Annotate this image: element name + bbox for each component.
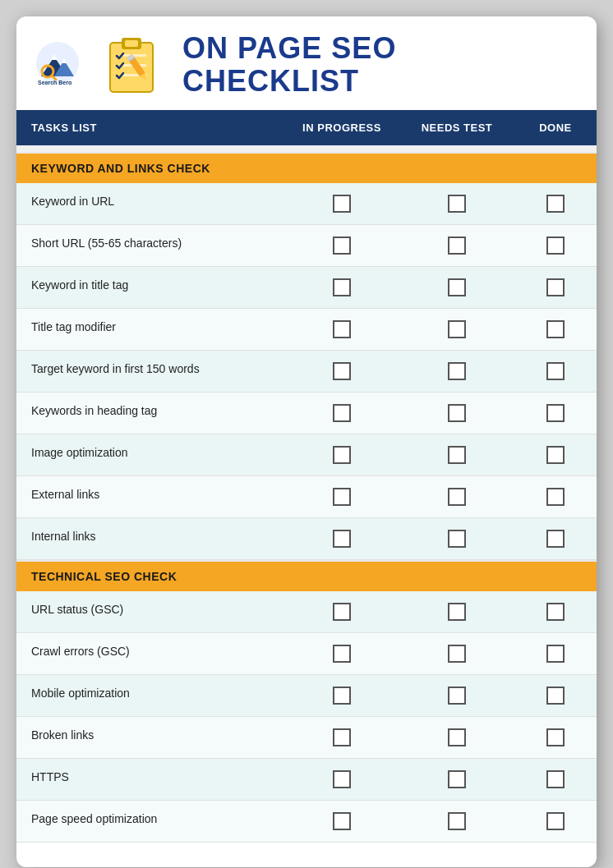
checkbox[interactable] xyxy=(546,362,565,380)
checkbox[interactable] xyxy=(448,812,466,830)
checkbox[interactable] xyxy=(333,237,351,255)
checkbox-done[interactable] xyxy=(514,633,597,674)
checkbox-inprogress[interactable] xyxy=(284,267,399,308)
checkbox-needstest[interactable] xyxy=(399,309,514,350)
checkbox[interactable] xyxy=(333,530,351,548)
checkbox[interactable] xyxy=(448,603,466,621)
checkbox-inprogress[interactable] xyxy=(284,717,399,758)
checkbox[interactable] xyxy=(448,320,466,338)
checkbox[interactable] xyxy=(546,603,565,621)
checkbox-inprogress[interactable] xyxy=(284,351,399,392)
svg-rect-11 xyxy=(125,40,138,47)
checkbox-needstest[interactable] xyxy=(399,476,514,517)
checkbox[interactable] xyxy=(448,770,466,788)
checkbox-needstest[interactable] xyxy=(399,183,514,224)
checkbox[interactable] xyxy=(333,728,351,746)
checkbox[interactable] xyxy=(333,446,351,464)
checkbox[interactable] xyxy=(546,728,565,746)
checkbox-needstest[interactable] xyxy=(399,351,514,392)
checkbox-inprogress[interactable] xyxy=(284,759,399,800)
section-header-keyword: KEYWORD AND LINKS CHECK xyxy=(16,152,597,183)
checkbox-inprogress[interactable] xyxy=(284,633,399,674)
checkbox[interactable] xyxy=(448,488,466,506)
checkbox-needstest[interactable] xyxy=(399,267,514,308)
checkbox-inprogress[interactable] xyxy=(284,518,399,559)
checkbox-needstest[interactable] xyxy=(399,801,514,842)
checkbox-done[interactable] xyxy=(514,267,597,308)
checkbox[interactable] xyxy=(546,320,565,338)
checkbox-done[interactable] xyxy=(514,759,597,800)
checkbox[interactable] xyxy=(546,237,565,255)
checkbox[interactable] xyxy=(448,362,466,380)
row-label: Internal links xyxy=(16,518,284,559)
table-row: Keyword in title tag xyxy=(16,267,597,309)
checkbox-done[interactable] xyxy=(514,225,597,266)
checkbox-needstest[interactable] xyxy=(399,225,514,266)
checkbox[interactable] xyxy=(333,320,351,338)
checkbox[interactable] xyxy=(448,687,466,705)
checkbox[interactable] xyxy=(546,530,565,548)
checkbox[interactable] xyxy=(333,770,351,788)
checkbox[interactable] xyxy=(333,362,351,380)
checkbox-done[interactable] xyxy=(514,183,597,224)
checkbox[interactable] xyxy=(333,488,351,506)
checkbox-done[interactable] xyxy=(514,518,597,559)
checkbox[interactable] xyxy=(448,530,466,548)
checkbox-done[interactable] xyxy=(514,801,597,842)
checkbox[interactable] xyxy=(448,278,466,296)
checkbox[interactable] xyxy=(546,278,565,296)
row-label: Broken links xyxy=(16,717,284,758)
checkbox[interactable] xyxy=(333,687,351,705)
checkbox-done[interactable] xyxy=(514,309,597,350)
checkbox-needstest[interactable] xyxy=(399,393,514,434)
checkbox-done[interactable] xyxy=(514,675,597,716)
checkbox[interactable] xyxy=(333,195,351,213)
checkbox-needstest[interactable] xyxy=(399,518,514,559)
checkbox-needstest[interactable] xyxy=(399,591,514,632)
checkbox[interactable] xyxy=(448,404,466,422)
checkbox[interactable] xyxy=(333,645,351,663)
checkbox-needstest[interactable] xyxy=(399,675,514,716)
checkbox-needstest[interactable] xyxy=(399,759,514,800)
checkbox-inprogress[interactable] xyxy=(284,675,399,716)
checkbox[interactable] xyxy=(546,645,565,663)
checkbox-needstest[interactable] xyxy=(399,434,514,475)
checkbox[interactable] xyxy=(333,812,351,830)
checkbox-done[interactable] xyxy=(514,476,597,517)
checkbox-inprogress[interactable] xyxy=(284,476,399,517)
checkbox[interactable] xyxy=(333,404,351,422)
checkbox-inprogress[interactable] xyxy=(284,434,399,475)
checkbox-needstest[interactable] xyxy=(399,717,514,758)
checkbox-inprogress[interactable] xyxy=(284,393,399,434)
checkbox-inprogress[interactable] xyxy=(284,225,399,266)
checkbox[interactable] xyxy=(448,446,466,464)
checkbox-needstest[interactable] xyxy=(399,633,514,674)
checkbox[interactable] xyxy=(448,195,466,213)
checkbox[interactable] xyxy=(546,446,565,464)
checkbox[interactable] xyxy=(546,488,565,506)
checkbox-done[interactable] xyxy=(514,717,597,758)
checkbox-inprogress[interactable] xyxy=(284,591,399,632)
checkbox[interactable] xyxy=(546,812,565,830)
checkbox[interactable] xyxy=(546,770,565,788)
checkbox[interactable] xyxy=(333,278,351,296)
checkbox[interactable] xyxy=(546,404,565,422)
checklist-icon xyxy=(104,31,168,95)
checkbox-inprogress[interactable] xyxy=(284,801,399,842)
checkbox[interactable] xyxy=(546,195,565,213)
checkbox[interactable] xyxy=(448,237,466,255)
checkbox[interactable] xyxy=(448,645,466,663)
page-card: Search Berg xyxy=(16,16,597,867)
table-row: Keyword in URL xyxy=(16,183,597,225)
checkbox[interactable] xyxy=(546,687,565,705)
checkbox-inprogress[interactable] xyxy=(284,309,399,350)
checkbox[interactable] xyxy=(333,603,351,621)
checkbox-done[interactable] xyxy=(514,351,597,392)
checkbox-done[interactable] xyxy=(514,393,597,434)
checkbox[interactable] xyxy=(448,728,466,746)
checkbox-inprogress[interactable] xyxy=(284,183,399,224)
checkbox-done[interactable] xyxy=(514,591,597,632)
checkbox-done[interactable] xyxy=(514,434,597,475)
row-label: Image optimization xyxy=(16,434,284,475)
row-label: Short URL (55-65 characters) xyxy=(16,225,284,266)
